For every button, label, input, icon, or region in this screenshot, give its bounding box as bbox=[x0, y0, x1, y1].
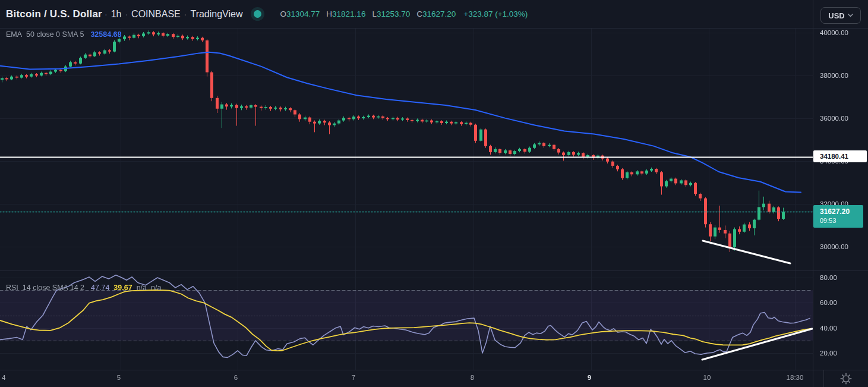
symbol-title[interactable]: Bitcoin / U.S. Dollar bbox=[6, 8, 102, 20]
rsi-name: RSI bbox=[6, 284, 18, 292]
open-value: 31304.77 bbox=[286, 10, 320, 18]
price-axis-label: 40000.00 bbox=[820, 29, 848, 37]
last-price-badge: 31627.20 09:53 bbox=[813, 205, 863, 228]
price-axis-label: 36000.00 bbox=[820, 114, 848, 122]
change-value: +323.87 (+1.03%) bbox=[463, 10, 528, 18]
rsi-params: 14 close SMA 14 2 bbox=[23, 284, 84, 292]
separator-dot: · bbox=[184, 10, 187, 19]
market-status-icon bbox=[254, 10, 261, 18]
bar-countdown: 09:53 bbox=[820, 216, 863, 225]
separator-dot: · bbox=[105, 10, 108, 19]
time-axis-label: 10 bbox=[703, 374, 711, 381]
time-axis-label: 6 bbox=[234, 374, 238, 381]
axis-corner bbox=[823, 370, 868, 387]
rsi-na-value: n/a bbox=[137, 284, 147, 292]
price-axis-label: 80.00 bbox=[820, 273, 837, 282]
time-axis-label: 18:30 bbox=[787, 374, 804, 381]
rsi-na-value: n/a bbox=[151, 284, 161, 292]
brand-label: TradingView bbox=[190, 9, 242, 20]
ema-value: 32584.68 bbox=[90, 30, 121, 39]
usd-button-label: USD bbox=[828, 11, 844, 20]
time-axis-label: 9 bbox=[588, 374, 591, 381]
pane-divider[interactable] bbox=[0, 270, 868, 271]
price-axis-label: 60.00 bbox=[820, 298, 837, 307]
separator-dot: · bbox=[125, 10, 128, 19]
price-axis-label: 40.00 bbox=[820, 324, 837, 332]
open-label: O bbox=[280, 10, 287, 18]
time-axis-label: 8 bbox=[471, 374, 474, 381]
hline-price-badge: 34180.41 bbox=[813, 150, 867, 162]
high-value: 31821.16 bbox=[332, 10, 365, 18]
rsi-sma-value: 39.67 bbox=[113, 284, 132, 292]
time-axis-label: 5 bbox=[117, 374, 121, 381]
price-axis-label: 38000.00 bbox=[820, 71, 848, 80]
low-value: 31253.70 bbox=[377, 10, 410, 18]
ema-indicator-label[interactable]: EMA 50 close 0 SMA 5 32584.68 bbox=[6, 30, 122, 39]
ema-name: EMA bbox=[6, 30, 22, 39]
usd-button[interactable]: USD bbox=[820, 7, 861, 24]
exchange-label: COINBASE bbox=[131, 9, 181, 20]
ohlc-readout: O31304.77 H31821.16 L31253.70 C31627.20 … bbox=[280, 10, 528, 18]
axis-corner-divider bbox=[823, 370, 824, 387]
close-label: C bbox=[416, 10, 422, 18]
last-price-value: 31627.20 bbox=[820, 207, 863, 216]
rsi-indicator-label[interactable]: RSI 14 close SMA 14 2 47.74 39.67 n/a n/… bbox=[6, 284, 161, 292]
chart-canvas[interactable] bbox=[0, 28, 813, 370]
low-label: L bbox=[372, 10, 377, 18]
price-axis-label: 20.00 bbox=[820, 349, 837, 357]
topbar-divider bbox=[0, 28, 868, 29]
chevron-down-icon bbox=[848, 14, 853, 17]
high-label: H bbox=[326, 10, 332, 18]
settings-sun-icon[interactable] bbox=[839, 372, 853, 386]
time-axis[interactable]: 4567891018:30 bbox=[0, 370, 823, 387]
ema-params: 50 close 0 SMA 5 bbox=[26, 30, 84, 39]
app-root: Bitcoin / U.S. Dollar · 1h · COINBASE · … bbox=[0, 0, 868, 387]
price-axis-label: 30000.00 bbox=[820, 243, 848, 251]
time-axis-label: 4 bbox=[2, 374, 5, 381]
rsi-value: 47.74 bbox=[91, 284, 109, 292]
interval-label[interactable]: 1h bbox=[111, 9, 122, 20]
time-axis-label: 7 bbox=[352, 374, 355, 381]
topbar: Bitcoin / U.S. Dollar · 1h · COINBASE · … bbox=[6, 0, 528, 28]
price-axis[interactable]: USD 34180.41 31627.20 09:53 40000.003800… bbox=[813, 0, 868, 370]
close-value: 31627.20 bbox=[422, 10, 456, 18]
